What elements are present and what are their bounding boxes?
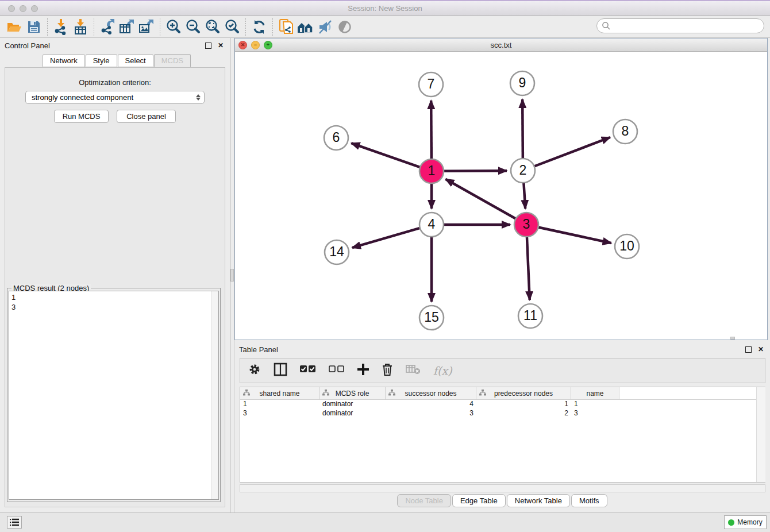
column-header-shared-name[interactable]: shared name	[240, 387, 319, 399]
mcds-result-scrollbar[interactable]	[211, 291, 218, 499]
network-minimize-icon[interactable]: −	[251, 41, 260, 49]
window-minimize-icon[interactable]	[20, 5, 26, 12]
zoom-selected-icon[interactable]	[222, 18, 242, 36]
graph-node-7[interactable]: 7	[419, 72, 443, 97]
graph-node-11[interactable]: 11	[518, 304, 542, 328]
deselect-all-icon[interactable]	[329, 365, 345, 376]
graph-node-9[interactable]: 9	[510, 71, 534, 95]
cell-name[interactable]: 3	[571, 409, 619, 418]
add-column-icon[interactable]	[357, 364, 369, 377]
node-table[interactable]: shared nameMCDS rolesuccessor nodesprede…	[240, 387, 765, 483]
column-header-MCDS-role[interactable]: MCDS role	[319, 387, 386, 399]
import-table-icon[interactable]	[71, 18, 90, 36]
close-table-panel-icon[interactable]: ✕	[756, 345, 765, 354]
zoom-out-icon[interactable]	[183, 18, 203, 36]
close-panel-icon[interactable]: ✕	[216, 41, 225, 50]
column-header-name[interactable]: name	[571, 387, 619, 399]
export-network-icon[interactable]	[98, 18, 117, 36]
cell-predecessor-nodes[interactable]: 1	[476, 400, 571, 409]
tab-select[interactable]: Select	[118, 54, 153, 67]
graph-node-4[interactable]: 4	[419, 213, 444, 237]
window-zoom-icon[interactable]	[31, 5, 38, 12]
hide-annotations-icon[interactable]	[315, 18, 335, 36]
table-body: 1dominator4113dominator323	[240, 400, 765, 418]
edge-1-2[interactable]	[444, 171, 507, 171]
search-field[interactable]	[596, 18, 764, 33]
edge-2-9[interactable]	[522, 99, 523, 159]
network-maximize-icon[interactable]: +	[264, 41, 272, 49]
table-horizontal-scrollbar[interactable]	[240, 484, 765, 492]
column-settings-icon[interactable]	[248, 363, 261, 378]
tab-motifs[interactable]: Motifs	[571, 494, 607, 507]
column-header-successor-nodes[interactable]: successor nodes	[386, 387, 476, 399]
run-mcds-button[interactable]: Run MCDS	[54, 110, 109, 123]
network-graph-canvas[interactable]: 7968124314101511	[235, 51, 767, 340]
zoom-in-icon[interactable]	[164, 18, 183, 36]
vertical-splitter-handle[interactable]	[230, 269, 234, 282]
cell-shared-name[interactable]: 3	[240, 409, 319, 418]
export-image-icon[interactable]	[137, 18, 156, 36]
task-history-button[interactable]	[7, 516, 22, 529]
memory-button[interactable]: Memory	[724, 515, 767, 529]
table-vertical-scrollbar[interactable]	[756, 387, 765, 482]
table-row[interactable]: 3dominator323	[240, 409, 765, 418]
import-network-icon[interactable]	[51, 18, 71, 36]
edge-3-10[interactable]	[538, 227, 611, 243]
edge-3-1[interactable]	[445, 179, 515, 219]
column-visibility-icon[interactable]	[274, 363, 287, 379]
delete-table-icon[interactable]	[406, 364, 421, 377]
delete-column-icon[interactable]	[382, 363, 393, 378]
network-resize-grip[interactable]	[730, 337, 735, 340]
tab-network[interactable]: Network	[43, 54, 85, 67]
tab-node-table[interactable]: Node Table	[397, 494, 451, 507]
float-panel-icon[interactable]	[203, 41, 213, 50]
network-window-title: scc.txt	[235, 41, 767, 49]
cell-successor-nodes[interactable]: 3	[386, 409, 476, 418]
save-session-icon[interactable]	[24, 18, 44, 36]
edge-4-14[interactable]	[352, 228, 420, 248]
zoom-fit-icon[interactable]	[203, 18, 222, 36]
cell-shared-name[interactable]: 1	[240, 400, 319, 409]
function-builder-icon[interactable]: f(x)	[433, 364, 452, 377]
cell-MCDS-role[interactable]: dominator	[319, 409, 386, 418]
graph-node-14[interactable]: 14	[325, 240, 349, 264]
close-panel-button[interactable]: Close panel	[117, 110, 176, 123]
select-all-icon[interactable]	[300, 365, 316, 376]
edge-1-6[interactable]	[351, 143, 420, 167]
float-table-panel-icon[interactable]	[744, 345, 753, 354]
cell-name[interactable]: 1	[571, 400, 619, 409]
column-header-predecessor-nodes[interactable]: predecessor nodes	[476, 387, 571, 399]
graph-node-2[interactable]: 2	[511, 159, 535, 183]
select-stepper-icon	[196, 94, 201, 101]
graphics-details-icon[interactable]	[335, 18, 355, 36]
graph-node-15[interactable]: 15	[419, 306, 444, 330]
edge-2-8[interactable]	[534, 137, 610, 167]
cell-successor-nodes[interactable]: 4	[386, 400, 476, 409]
new-network-from-selection-icon[interactable]	[276, 18, 296, 36]
tab-mcds[interactable]: MCDS	[154, 54, 191, 67]
edge-2-3[interactable]	[523, 183, 525, 209]
svg-text:9: 9	[519, 75, 526, 90]
edge-1-7[interactable]	[431, 101, 432, 159]
network-close-icon[interactable]: ✕	[238, 41, 247, 49]
graph-node-10[interactable]: 10	[615, 234, 639, 259]
table-row[interactable]: 1dominator411	[240, 400, 765, 409]
tab-network-table[interactable]: Network Table	[507, 494, 570, 507]
graph-node-3[interactable]: 3	[514, 213, 538, 237]
graph-node-8[interactable]: 8	[613, 119, 637, 144]
graph-node-1[interactable]: 1	[419, 159, 444, 183]
open-session-icon[interactable]	[5, 18, 24, 36]
first-neighbors-icon[interactable]	[296, 18, 315, 36]
cell-MCDS-role[interactable]: dominator	[319, 400, 386, 409]
mcds-result-text[interactable]: 1 3	[9, 291, 219, 500]
graph-node-6[interactable]: 6	[324, 126, 348, 150]
edge-3-11[interactable]	[527, 237, 530, 300]
optimization-criterion-select[interactable]: strongly connected component	[25, 91, 205, 104]
window-close-icon[interactable]	[8, 5, 15, 12]
export-table-icon[interactable]	[117, 18, 137, 36]
search-input[interactable]	[614, 21, 764, 31]
refresh-icon[interactable]	[249, 18, 269, 36]
cell-predecessor-nodes[interactable]: 2	[476, 409, 571, 418]
tab-style[interactable]: Style	[86, 54, 117, 67]
tab-edge-table[interactable]: Edge Table	[452, 494, 506, 507]
